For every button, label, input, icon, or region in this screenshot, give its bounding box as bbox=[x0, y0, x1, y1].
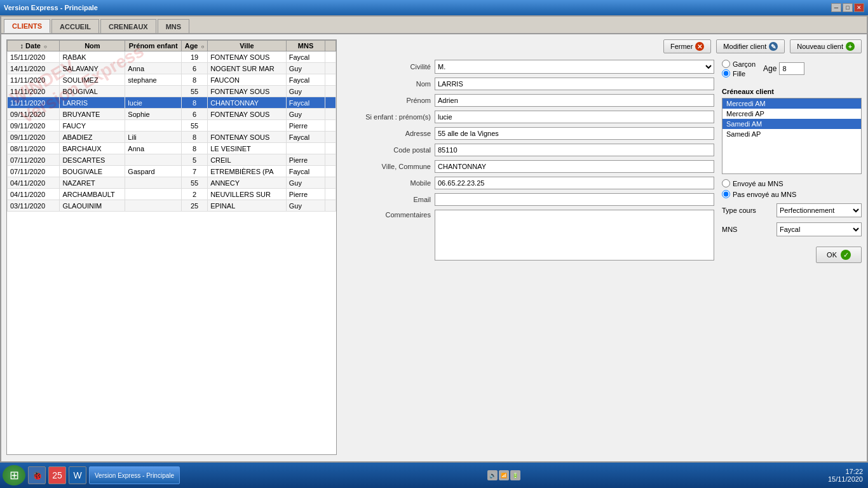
cell-date: 08/11/2020 bbox=[8, 143, 60, 154]
tab-bar: CLIENTS ACCUEIL CRENEAUX MNS bbox=[1, 17, 867, 34]
cell-nom: ARCHAMBAULT bbox=[60, 189, 125, 200]
minimize-button[interactable]: ─ bbox=[831, 3, 841, 12]
cell-prenom: Anna bbox=[125, 63, 182, 74]
taskbar: ⊞ 🐞 25 W Version Express - Principale 🔊 … bbox=[0, 463, 868, 488]
col-header-nom[interactable]: Nom bbox=[60, 41, 125, 51]
commentaires-textarea[interactable] bbox=[435, 210, 714, 261]
table-row[interactable]: 08/11/2020 BARCHAUX Anna 8 LE VESINET bbox=[8, 143, 336, 154]
cell-ville: EPINAL bbox=[208, 200, 287, 212]
fermer-button[interactable]: Fermer ✕ bbox=[663, 39, 711, 53]
cell-date: 09/11/2020 bbox=[8, 132, 60, 143]
creneaux-item[interactable]: Samedi AP bbox=[722, 129, 861, 139]
tab-creneaux[interactable]: CRENEAUX bbox=[100, 19, 156, 33]
creneaux-list[interactable]: Mercredi AMMercredi APSamedi AMSamedi AP bbox=[722, 98, 862, 174]
fille-radio[interactable] bbox=[722, 69, 730, 78]
clients-table: ↕ Date ○ Nom Prénom enfant Age ○ Ville M… bbox=[7, 40, 336, 212]
creneaux-item[interactable]: Mercredi AP bbox=[722, 109, 861, 119]
cell-ville: NEUVILLERS SUR bbox=[208, 189, 287, 200]
ok-button[interactable]: OK ✓ bbox=[816, 247, 862, 263]
cell-age: 8 bbox=[181, 143, 207, 154]
cell-mns: Faycal bbox=[286, 132, 325, 143]
taskbar-app-btn[interactable]: Version Express - Principale bbox=[89, 466, 180, 484]
table-row[interactable]: 07/11/2020 BOUGIVALE Gaspard 7 ETREMBIÈR… bbox=[8, 166, 336, 177]
email-input[interactable] bbox=[435, 193, 714, 206]
table-row[interactable]: 11/11/2020 LARRIS lucie 8 CHANTONNAY Fay… bbox=[8, 97, 336, 109]
cell-date: 09/11/2020 bbox=[8, 109, 60, 120]
col-header-date[interactable]: ↕ Date ○ bbox=[8, 41, 60, 51]
table-row[interactable]: 04/11/2020 NAZARET 55 ANNECY Guy bbox=[8, 177, 336, 189]
taskbar-clock: 17:22 15/11/2020 bbox=[828, 468, 865, 483]
cell-extra bbox=[325, 132, 336, 143]
nouveau-client-button[interactable]: Nouveau client + bbox=[790, 39, 862, 53]
code-postal-input[interactable] bbox=[435, 144, 714, 156]
table-row[interactable]: 04/11/2020 ARCHAMBAULT 2 NEUVILLERS SUR … bbox=[8, 189, 336, 200]
table-row[interactable]: 07/11/2020 DESCARTES 5 CREIL Pierre bbox=[8, 154, 336, 166]
close-button[interactable]: ✕ bbox=[854, 3, 864, 12]
nom-input[interactable] bbox=[435, 78, 714, 90]
cell-mns bbox=[286, 143, 325, 154]
mns-radio-section: Envoyé au MNS Pas envoyé au MNS bbox=[722, 179, 862, 198]
cell-extra bbox=[325, 166, 336, 177]
creneaux-item[interactable]: Mercredi AM bbox=[722, 98, 861, 109]
tab-mns[interactable]: MNS bbox=[158, 19, 189, 33]
cell-age: 5 bbox=[181, 154, 207, 166]
cell-date: 09/11/2020 bbox=[8, 120, 60, 132]
cell-ville: LE VESINET bbox=[208, 143, 287, 154]
cell-ville: FONTENAY SOUS bbox=[208, 51, 287, 63]
table-row[interactable]: 15/11/2020 RABAK 19 FONTENAY SOUS Faycal bbox=[8, 51, 336, 63]
table-row[interactable]: 03/11/2020 GLAOUINIM 25 EPINAL Guy bbox=[8, 200, 336, 212]
table-row[interactable]: 09/11/2020 BRUYANTE Sophie 6 FONTENAY SO… bbox=[8, 109, 336, 120]
adresse-row: Adresse bbox=[342, 127, 714, 140]
cell-mns: Faycal bbox=[286, 166, 325, 177]
mobile-input[interactable] bbox=[435, 177, 714, 189]
table-row[interactable]: 11/11/2020 BOUGIVAL 55 FONTENAY SOUS Guy bbox=[8, 86, 336, 97]
civilite-label: Civilité bbox=[342, 63, 431, 71]
form-main: Civilité M. Mme Mlle Nom Prén bbox=[342, 60, 714, 455]
cell-mns: Faycal bbox=[286, 51, 325, 63]
cell-mns: Guy bbox=[286, 200, 325, 212]
table-row[interactable]: 11/11/2020 SOULIMEZ stephane 8 FAUCON Fa… bbox=[8, 74, 336, 86]
type-cours-select[interactable]: Perfectionnement Débutant Avancé bbox=[776, 203, 862, 217]
cell-age: 55 bbox=[181, 177, 207, 189]
start-button[interactable]: ⊞ bbox=[3, 465, 25, 485]
cell-prenom bbox=[125, 154, 182, 166]
garcon-radio[interactable] bbox=[722, 60, 730, 68]
cell-age: 55 bbox=[181, 120, 207, 132]
table-row[interactable]: 09/11/2020 FAUCY 55 Pierre bbox=[8, 120, 336, 132]
age-input[interactable] bbox=[779, 62, 804, 75]
table-row[interactable]: 14/11/2020 SALAVANY Anna 6 NOGENT SUR MA… bbox=[8, 63, 336, 74]
cell-extra bbox=[325, 143, 336, 154]
taskbar-icon-2[interactable]: 25 bbox=[48, 466, 66, 484]
cell-mns: Faycal bbox=[286, 97, 325, 109]
mns-select[interactable]: Faycal Guy Pierre bbox=[776, 222, 862, 236]
garcon-label: Garçon bbox=[733, 60, 756, 68]
pas-envoye-mns-radio[interactable] bbox=[722, 190, 730, 198]
col-header-mns[interactable]: MNS bbox=[286, 41, 325, 51]
col-header-age[interactable]: Age ○ bbox=[181, 41, 207, 51]
cell-age: 19 bbox=[181, 51, 207, 63]
cell-extra bbox=[325, 51, 336, 63]
window-title: Version Express - Principale bbox=[4, 4, 98, 11]
prenom-input[interactable] bbox=[435, 94, 714, 107]
ville-commune-input[interactable] bbox=[435, 160, 714, 173]
title-bar: Version Express - Principale ─ □ ✕ bbox=[0, 0, 868, 15]
tab-accueil[interactable]: ACCUEIL bbox=[51, 19, 99, 33]
form-area: Civilité M. Mme Mlle Nom Prén bbox=[342, 60, 862, 455]
col-header-prenom[interactable]: Prénom enfant bbox=[125, 41, 182, 51]
left-panel: ↕ Date ○ Nom Prénom enfant Age ○ Ville M… bbox=[6, 39, 337, 455]
envoye-mns-radio[interactable] bbox=[722, 179, 730, 187]
col-header-ville[interactable]: Ville bbox=[208, 41, 287, 51]
tab-clients[interactable]: CLIENTS bbox=[4, 19, 50, 33]
creneaux-item[interactable]: Samedi AM bbox=[722, 119, 861, 129]
civilite-select[interactable]: M. Mme Mlle bbox=[435, 60, 714, 74]
main-window: CLIENTS ACCUEIL CRENEAUX MNS WINDEVVersi… bbox=[0, 15, 868, 463]
pas-envoye-mns-row: Pas envoyé au MNS bbox=[722, 190, 862, 198]
adresse-input[interactable] bbox=[435, 127, 714, 140]
taskbar-icon-1[interactable]: 🐞 bbox=[28, 466, 46, 484]
cell-prenom: lucie bbox=[125, 97, 182, 109]
maximize-button[interactable]: □ bbox=[843, 3, 853, 12]
table-row[interactable]: 09/11/2020 ABADIEZ Lili 8 FONTENAY SOUS … bbox=[8, 132, 336, 143]
taskbar-icon-3[interactable]: W bbox=[69, 466, 86, 484]
modifier-client-button[interactable]: Modifier client ✎ bbox=[716, 39, 785, 53]
si-enfant-input[interactable] bbox=[435, 111, 714, 123]
